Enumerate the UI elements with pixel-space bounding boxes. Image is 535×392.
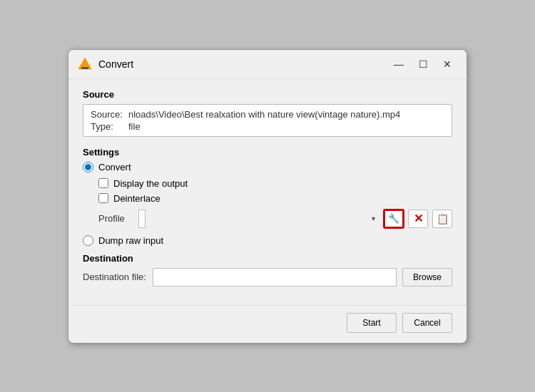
titlebar-left: Convert — [77, 56, 133, 72]
settings-section: Settings Convert Display the output Dein… — [83, 147, 452, 246]
window-title: Convert — [98, 58, 133, 70]
convert-radio[interactable] — [83, 162, 93, 172]
destination-file-input[interactable] — [153, 268, 397, 287]
source-section: Source Source: nloads\Video\Best realxat… — [83, 89, 452, 137]
close-button[interactable]: ✕ — [437, 56, 458, 73]
type-key-label: Type: — [91, 121, 123, 132]
deinterlace-checkbox[interactable] — [98, 193, 108, 203]
display-output-checkbox[interactable] — [98, 178, 108, 188]
delete-icon: ✕ — [414, 212, 423, 225]
dump-raw-label: Dump raw input — [98, 235, 163, 246]
source-section-label: Source — [83, 89, 452, 100]
dest-file-label: Destination file: — [83, 272, 147, 282]
svg-rect-1 — [81, 67, 88, 69]
source-key-label: Source: — [91, 109, 123, 120]
display-output-row: Display the output — [98, 178, 452, 189]
type-value: file — [128, 121, 141, 132]
convert-radio-row: Convert — [83, 162, 452, 172]
dialog-content: Source Source: nloads\Video\Best realxat… — [68, 79, 467, 298]
browse-button[interactable]: Browse — [402, 268, 452, 287]
deinterlace-row: Deinterlace — [98, 193, 452, 204]
destination-section: Destination Destination file: Browse — [83, 253, 452, 287]
source-path-value: nloads\Video\Best realxation with nature… — [128, 109, 400, 120]
delete-profile-button[interactable]: ✕ — [408, 210, 428, 228]
start-button[interactable]: Start — [347, 313, 397, 333]
edit-profile-button[interactable]: 🔧 — [384, 210, 404, 228]
source-box: Source: nloads\Video\Best realxation wit… — [83, 104, 452, 137]
profile-label: Profile — [98, 213, 134, 224]
profile-row: Profile 🔧 ✕ 📋 — [98, 210, 452, 228]
display-output-label: Display the output — [113, 178, 188, 189]
settings-section-label: Settings — [83, 147, 452, 158]
destination-section-label: Destination — [83, 253, 452, 264]
wrench-icon: 🔧 — [388, 213, 399, 224]
footer: Start Cancel — [68, 305, 467, 343]
minimize-button[interactable]: — — [388, 56, 409, 73]
vlc-logo-icon — [77, 56, 93, 72]
new-profile-button[interactable]: 📋 — [432, 210, 452, 228]
profile-select-wrapper — [138, 210, 379, 228]
dump-raw-radio[interactable] — [83, 235, 93, 246]
deinterlace-label: Deinterlace — [113, 193, 160, 204]
dump-raw-row: Dump raw input — [83, 235, 452, 246]
source-path-row: Source: nloads\Video\Best realxation wit… — [91, 109, 444, 120]
titlebar-controls: — ☐ ✕ — [388, 56, 458, 73]
source-type-row: Type: file — [91, 121, 444, 132]
new-profile-icon: 📋 — [437, 213, 449, 225]
cancel-button[interactable]: Cancel — [402, 313, 452, 333]
profile-select[interactable] — [138, 210, 146, 228]
convert-radio-label: Convert — [98, 162, 131, 172]
convert-dialog: Convert — ☐ ✕ Source Source: nloads\Vide… — [68, 49, 467, 344]
maximize-button[interactable]: ☐ — [412, 56, 434, 73]
destination-file-row: Destination file: Browse — [83, 268, 452, 287]
titlebar: Convert — ☐ ✕ — [68, 50, 467, 79]
